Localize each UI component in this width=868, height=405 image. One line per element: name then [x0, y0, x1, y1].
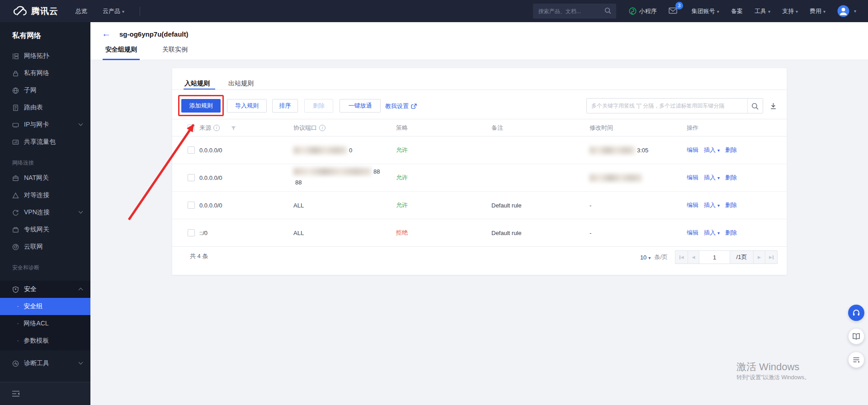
sidebar-item-security[interactable]: 安全 — [0, 281, 90, 298]
cell-policy: 拒绝 — [396, 219, 408, 246]
tab-outbound-rules[interactable]: 出站规则 — [228, 80, 254, 88]
col-action: 操作 — [687, 119, 698, 136]
delete-link[interactable]: 删除 — [725, 229, 737, 237]
current-page-input[interactable]: 1 — [699, 251, 730, 264]
mini-program-icon — [629, 7, 637, 15]
sidebar-item-ip-nic[interactable]: IP与网卡 — [0, 116, 90, 133]
messages-button[interactable]: 3 — [669, 7, 677, 15]
edit-link[interactable]: 编辑 — [687, 146, 698, 154]
cell-note: Default rule — [491, 219, 521, 246]
sort-button[interactable]: 排序 — [272, 99, 298, 113]
tab-associated-instances[interactable]: 关联实例 — [160, 46, 190, 60]
cell-note: Default rule — [491, 192, 521, 219]
topnav-tools[interactable]: 工具▾ — [755, 7, 770, 15]
delete-button[interactable]: 删除 — [304, 99, 333, 113]
cell-port-line1: 88 — [293, 166, 380, 176]
topnav-products[interactable]: 云产品▾ — [103, 7, 124, 15]
sidebar-item-network-acl[interactable]: · 网络ACL — [0, 315, 90, 332]
search-icon[interactable] — [751, 103, 759, 110]
topnav-beian[interactable]: 备案 — [731, 7, 743, 15]
row-checkbox[interactable] — [188, 146, 195, 154]
info-icon[interactable]: i — [319, 125, 326, 131]
tab-security-group-rules[interactable]: 安全组规则 — [103, 46, 140, 60]
tencent-cloud-console: 腾讯云 总览 云产品▾ 小程序 — [0, 0, 868, 405]
first-page-button[interactable]: ◀ — [675, 251, 688, 264]
per-page-label: 条/页 — [654, 253, 668, 261]
open-all-button[interactable]: 一键放通 — [340, 99, 381, 113]
delete-link[interactable]: 删除 — [725, 174, 737, 182]
sidebar-item-peering[interactable]: 对等连接 — [0, 187, 90, 204]
page-size-select[interactable]: 10▾ — [640, 254, 651, 261]
customer-service-button[interactable] — [848, 305, 864, 321]
sidebar-item-shared-traffic-pack[interactable]: 共享流量包 — [0, 133, 90, 151]
select-all-checkbox[interactable] — [188, 124, 195, 132]
rule-filter-box — [586, 98, 763, 113]
sidebar-item-vpc[interactable]: 私有网络 — [0, 65, 90, 82]
insert-link[interactable]: 插入▾ — [704, 174, 720, 182]
topnav-overview[interactable]: 总览 — [75, 7, 87, 15]
sidebar-section-security-diagnostics: 安全和诊断 — [0, 261, 90, 274]
row-checkbox[interactable] — [188, 229, 195, 236]
sidebar-item-parameter-template[interactable]: · 参数模板 — [0, 332, 90, 349]
delete-link[interactable]: 删除 — [725, 146, 737, 154]
rule-filter-input[interactable] — [587, 99, 763, 113]
avatar — [837, 5, 849, 17]
cell-time: - — [590, 219, 591, 246]
sidebar-item-diagnostic-tools[interactable]: 诊断工具 — [0, 355, 90, 372]
sidebar-item-route-table[interactable]: 路由表 — [0, 99, 90, 116]
caret-down-icon: ▾ — [854, 9, 856, 14]
sidebar: 私有网络 网络拓扑 私有网络 子网 路由表 IP与网卡 共享流量包 网络连接 — [0, 22, 90, 405]
sidebar-item-vpn[interactable]: VPN连接 — [0, 204, 90, 221]
col-port: 协议端口 — [293, 124, 317, 132]
topbar-search[interactable] — [533, 4, 616, 19]
sidebar-item-ccn[interactable]: 云联网 — [0, 238, 90, 255]
col-time: 修改时间 — [590, 119, 613, 136]
traffic-pack-icon — [12, 139, 19, 146]
filter-funnel-icon[interactable] — [231, 126, 236, 131]
next-page-button[interactable]: ▶ — [753, 251, 765, 264]
mini-program[interactable]: 小程序 — [629, 7, 657, 15]
sidebar-item-security-group[interactable]: · 安全组 — [0, 298, 90, 315]
globe-icon — [12, 87, 19, 94]
total-count: 共 4 条 — [190, 252, 208, 260]
insert-link[interactable]: 插入▾ — [704, 146, 720, 154]
delete-link[interactable]: 删除 — [725, 201, 737, 209]
user-menu[interactable]: ▾ — [837, 5, 856, 17]
sidebar-item-direct-connect[interactable]: 专线网关 — [0, 221, 90, 238]
prev-page-button[interactable]: ◀ — [688, 251, 699, 264]
download-icon[interactable] — [770, 103, 777, 109]
topbar-divider — [140, 7, 140, 16]
insert-link[interactable]: 插入▾ — [704, 229, 720, 237]
topnav-account[interactable]: 集团账号▾ — [692, 7, 719, 15]
row-checkbox[interactable] — [188, 174, 195, 181]
row-checkbox[interactable] — [188, 202, 195, 209]
topnav-billing[interactable]: 费用▾ — [810, 7, 826, 15]
edit-link[interactable]: 编辑 — [687, 174, 698, 182]
back-arrow-icon[interactable]: ← — [102, 28, 111, 39]
cell-source: 0.0.0.0/0 — [199, 192, 222, 219]
pagination: 10▾ 条/页 ◀ ◀ 1 /1页 ▶ ▶ — [640, 250, 778, 264]
insert-link[interactable]: 插入▾ — [704, 201, 720, 209]
feedback-button[interactable] — [848, 352, 864, 368]
add-rule-button[interactable]: 添加规则 — [181, 99, 221, 113]
tab-inbound-rules[interactable]: 入站规则 — [184, 80, 210, 88]
total-pages-label: /1页 — [730, 251, 753, 264]
topnav-support[interactable]: 支持▾ — [782, 7, 798, 15]
edit-link[interactable]: 编辑 — [687, 229, 698, 237]
edit-link[interactable]: 编辑 — [687, 201, 698, 209]
brand[interactable]: 腾讯云 — [13, 5, 58, 17]
table-row: 0.0.0.0/0 0 允许 3:05 编辑 插入▾ 删除 — [172, 137, 787, 164]
direct-connect-icon — [12, 226, 19, 233]
caret-down-icon: ▾ — [717, 148, 720, 153]
sidebar-item-nat-gateway[interactable]: NAT网关 — [0, 170, 90, 187]
last-page-button[interactable]: ▶ — [765, 251, 777, 264]
info-icon[interactable]: i — [213, 125, 220, 131]
docs-button[interactable] — [848, 328, 864, 344]
cell-time: 3:05 — [590, 137, 648, 164]
collapse-sidebar-icon[interactable] — [12, 391, 20, 397]
sidebar-item-subnet[interactable]: 子网 — [0, 82, 90, 99]
sidebar-item-network-topology[interactable]: 网络拓扑 — [0, 47, 90, 65]
import-rule-button[interactable]: 导入规则 — [227, 99, 267, 113]
topbar-search-input[interactable] — [533, 4, 616, 19]
teach-me-link[interactable]: 教我设置 — [385, 102, 417, 110]
